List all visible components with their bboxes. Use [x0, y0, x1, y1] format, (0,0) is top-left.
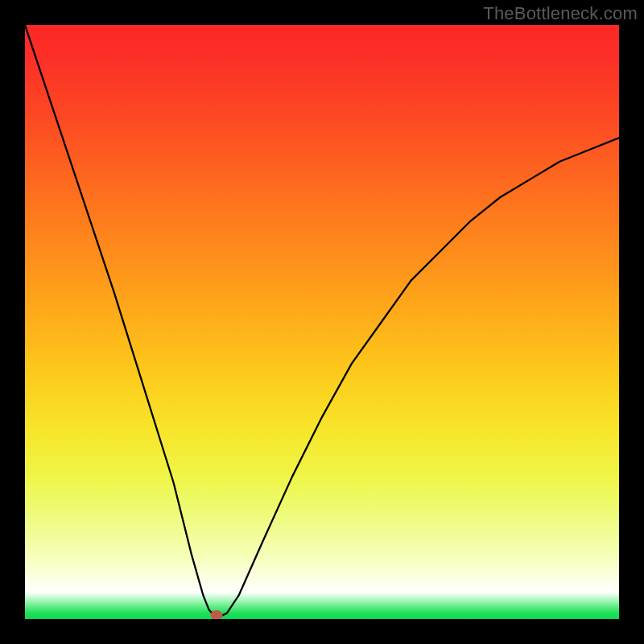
bottleneck-marker-icon [211, 610, 223, 619]
bottleneck-curve [25, 25, 619, 619]
chart-stage: TheBottleneck.com [0, 0, 644, 644]
plot-area [25, 25, 619, 619]
attribution-text: TheBottleneck.com [483, 3, 638, 24]
